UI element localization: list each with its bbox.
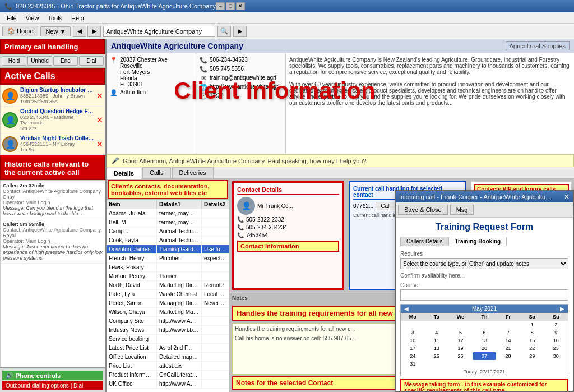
cal-day-30[interactable]: 30 [544, 352, 568, 360]
contact-row-camp[interactable]: Camp...Animal Technologist [107, 227, 229, 236]
hold-button[interactable]: Hold [2, 56, 26, 66]
dial-button[interactable]: Dial [79, 56, 104, 66]
contact-row-companysite[interactable]: Company Sitehttp://www.Antiqu... [107, 317, 229, 326]
contact-row-morton[interactable]: Morton, PennyTrainer [107, 272, 229, 281]
historic-call-2[interactable]: Caller: 5m 55mile Contact: AntiqueWhite … [1, 219, 105, 264]
cal-day-10[interactable]: 10 [401, 336, 425, 344]
cal-day-15[interactable]: 15 [520, 336, 544, 344]
contact-row-service[interactable]: Service booking [107, 335, 229, 344]
form-tab-callers[interactable]: Callers Details [400, 237, 448, 246]
cal-day-19[interactable]: 19 [448, 344, 473, 352]
cal-day-4[interactable]: 4 [425, 329, 449, 336]
contact-row-industrynews[interactable]: Industry Newshttp://www.bbc.co... [107, 326, 229, 335]
contact-info-annotation: Contact information [237, 241, 339, 252]
phone-controls-header[interactable]: 🔊 Phone controls [2, 371, 103, 380]
cal-day-27[interactable]: 27 [473, 352, 497, 360]
contact-row-downton[interactable]: Downton, JamesTraining Gardena...Use ful… [107, 245, 229, 254]
cal-day-14[interactable]: 14 [496, 336, 520, 344]
unhold-button[interactable]: Unhold [27, 56, 52, 66]
cal-day-29[interactable]: 29 [520, 352, 544, 360]
contact-row-north[interactable]: North, DavidMarketing DirectorRemote [107, 281, 229, 290]
cal-day-6[interactable]: 6 [473, 329, 497, 336]
course-input[interactable] [400, 289, 568, 301]
cal-day-25[interactable]: 25 [425, 352, 449, 360]
tab-calls[interactable]: Calls [142, 167, 170, 178]
cal-day-28[interactable]: 28 [496, 352, 520, 360]
call-now-button[interactable]: Call [376, 202, 395, 210]
save-close-button[interactable]: Save & Close [398, 205, 448, 215]
active-call-3[interactable]: 👤 Viridian Night Trash Collection/N 4564… [1, 133, 105, 155]
search-button[interactable]: 🔍 [217, 26, 231, 37]
cal-day[interactable] [448, 321, 473, 329]
cal-day-26[interactable]: 26 [448, 352, 473, 360]
cal-day-20[interactable]: 20 [473, 344, 497, 352]
cal-day[interactable] [473, 321, 497, 329]
contact-row-porter[interactable]: Porter, SimonManaging DirectorNever in o… [107, 299, 229, 308]
contact-item: Morton, Penny [107, 272, 157, 280]
contact-row-french[interactable]: French, HenryPlumberexpecting baby... [107, 254, 229, 263]
cal-day-7[interactable]: 7 [496, 329, 520, 336]
active-call-2[interactable]: 👤 Orchid Question Hedge Funds 020 234534… [1, 107, 105, 133]
contact-row-adams[interactable]: Adams, Julietafarmer, may deaf [107, 209, 229, 218]
cal-day-22[interactable]: 22 [520, 344, 544, 352]
contact-row-wilson[interactable]: Wilson, ChayaMarketing Manager [107, 308, 229, 317]
cal-day-23[interactable]: 23 [544, 344, 568, 352]
cal-day[interactable] [401, 321, 425, 329]
menu-help[interactable]: Help [67, 13, 89, 22]
contact-row-office[interactable]: Office LocationDetailed map of of... [107, 353, 229, 362]
cal-day-12[interactable]: 12 [448, 336, 473, 344]
contact-row-patel[interactable]: Patel, LyiaWaste ChemistLocal office [107, 290, 229, 299]
call-end-2[interactable]: ✕ [96, 116, 103, 124]
tab-deliveries[interactable]: Deliveries [172, 167, 214, 178]
cal-day-17[interactable]: 17 [401, 344, 425, 352]
cal-day-3[interactable]: 3 [401, 329, 425, 336]
go-button[interactable]: ▶ [233, 26, 247, 37]
minimize-button[interactable]: − [216, 2, 225, 10]
cal-day-18[interactable]: 18 [425, 344, 449, 352]
maximize-button[interactable]: □ [226, 2, 235, 10]
cal-day-1[interactable]: 1 [520, 321, 544, 329]
call-end-1[interactable]: ✕ [96, 91, 103, 100]
menu-view[interactable]: View [21, 13, 44, 22]
popup-close-button[interactable]: ✕ [564, 193, 570, 201]
nav-back-button[interactable]: ◀ [73, 26, 86, 37]
new-button[interactable]: New ▼ [40, 26, 71, 36]
cal-prev[interactable]: ◀ [404, 306, 409, 312]
cal-day-2[interactable]: 2 [544, 321, 568, 329]
end-button[interactable]: End [53, 56, 78, 66]
cal-day-21[interactable]: 21 [496, 344, 520, 352]
contact-row-pricelist2[interactable]: Price Listattest.aix [107, 362, 229, 371]
cal-day-13[interactable]: 13 [473, 336, 497, 344]
cal-day-9[interactable]: 9 [544, 329, 568, 336]
tab-details[interactable]: Details [107, 168, 141, 179]
contact-row-cook[interactable]: Cook, LaylaAnimal Technologist [107, 236, 229, 245]
contact-row-bell[interactable]: Bell, Mfarmer, may deaf [107, 218, 229, 227]
contact-row-productinfo[interactable]: Product InformationOnCallLiterature/... [107, 371, 229, 380]
cal-day-8[interactable]: 8 [520, 329, 544, 336]
menu-file[interactable]: File [2, 13, 21, 22]
outbound-dialling[interactable]: Outbound dialling options | Dial [2, 381, 103, 390]
historic-call-1[interactable]: Caller: 3m 32mile Contact: AntiqueWhite … [1, 181, 105, 219]
cal-day-5[interactable]: 5 [448, 329, 473, 336]
search-input[interactable] [103, 26, 215, 37]
cal-day-16[interactable]: 16 [544, 336, 568, 344]
menu-tools[interactable]: Tools [43, 13, 67, 22]
historic-caller-1: Caller: 3m 32mile [3, 183, 103, 188]
cal-next[interactable]: ▶ [560, 306, 564, 312]
cal-day[interactable] [496, 321, 520, 329]
cal-day-24[interactable]: 24 [401, 352, 425, 360]
cal-day-11[interactable]: 11 [425, 336, 449, 344]
nav-forward-button[interactable]: ▶ [87, 26, 101, 37]
active-call-1[interactable]: 👤 Digiun Startup Incubator Servi 8852118… [1, 85, 105, 107]
call-end-3[interactable]: ✕ [96, 140, 103, 149]
contact-row-pricelist[interactable]: Latest Price ListAs of 2nd F... [107, 344, 229, 353]
contact-row-ukoffice[interactable]: UK Officehttp://www.AntiQA... [107, 380, 229, 389]
form-tab-training[interactable]: Training Booking [448, 237, 507, 246]
close-button[interactable]: ✕ [236, 2, 245, 10]
cal-day[interactable] [425, 321, 449, 329]
home-button[interactable]: 🏠 Home [2, 26, 38, 36]
msg-button[interactable]: Msg [450, 205, 474, 215]
contact-row-lewis[interactable]: Lewis, Rosary [107, 263, 229, 272]
cal-day-31[interactable]: 31 [401, 360, 425, 368]
requires-select[interactable]: Select the course type, or 'Other' and u… [400, 258, 568, 269]
